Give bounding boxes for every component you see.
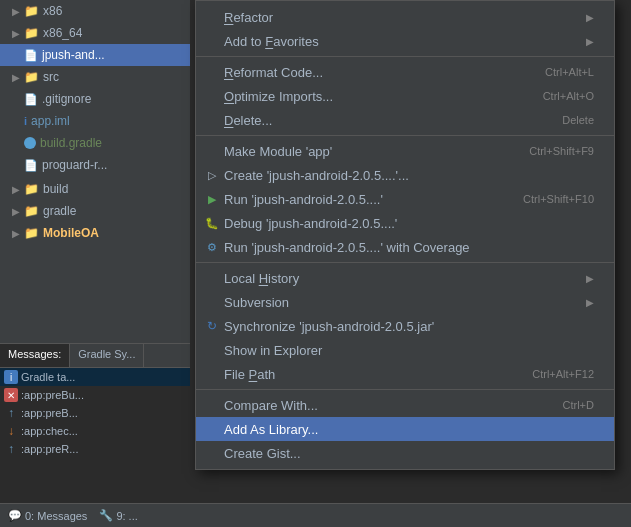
collapse-arrow-icon: ▶: [12, 72, 22, 83]
menu-item-show-explorer[interactable]: Show in Explorer: [196, 338, 614, 362]
menu-item-label: Add to Favorites: [224, 34, 319, 49]
sidebar-item-label: x86: [43, 4, 62, 18]
menu-item-label: File Path: [224, 367, 275, 382]
arrow-up-icon: ↑: [4, 442, 18, 456]
menu-item-subversion[interactable]: Subversion ▶: [196, 290, 614, 314]
panel-row-text: :app:chec...: [21, 425, 78, 437]
file-icon: 📄: [24, 49, 38, 62]
menu-item-label: Local History: [224, 271, 299, 286]
messages-icon: 💬: [8, 509, 22, 522]
gradle-icon: 🔧: [99, 509, 113, 522]
submenu-arrow-icon: ▶: [586, 273, 594, 284]
gradle-panel-button[interactable]: 🔧 9: ...: [99, 509, 137, 522]
gradle-label: 9: ...: [116, 510, 137, 522]
arrow-up-icon: ↑: [4, 406, 18, 420]
menu-item-create-gist[interactable]: Create Gist...: [196, 441, 614, 465]
tab-gradle-sync[interactable]: Gradle Sy...: [70, 344, 144, 367]
folder-icon: 📁: [24, 70, 39, 84]
menu-item-file-path[interactable]: File Path Ctrl+Alt+F12: [196, 362, 614, 386]
sidebar-item-buildgradle[interactable]: build.gradle: [0, 132, 190, 154]
sidebar-item-gradle[interactable]: ▶ 📁 gradle: [0, 200, 190, 222]
menu-separator: [196, 56, 614, 57]
menu-item-label: Run 'jpush-android-2.0.5....': [224, 192, 383, 207]
tab-messages[interactable]: Messages:: [0, 344, 70, 367]
menu-item-reformat-code[interactable]: Reformat Code... Ctrl+Alt+L: [196, 60, 614, 84]
panel-row: i Gradle ta...: [0, 368, 190, 386]
menu-item-create-jpush[interactable]: ▷ Create 'jpush-android-2.0.5....'...: [196, 163, 614, 187]
submenu-arrow-icon: ▶: [586, 12, 594, 23]
menu-separator: [196, 389, 614, 390]
menu-item-add-favorites[interactable]: Add to Favorites ▶: [196, 29, 614, 53]
sidebar-item-label: jpush-and...: [42, 48, 105, 62]
messages-panel-button[interactable]: 💬 0: Messages: [8, 509, 87, 522]
run-icon: ▶: [204, 191, 220, 207]
file-icon: 📄: [24, 93, 38, 106]
sidebar-item-jpush[interactable]: 📄 jpush-and...: [0, 44, 190, 66]
submenu-arrow-icon: ▶: [586, 297, 594, 308]
menu-separator: [196, 135, 614, 136]
menu-item-make-module[interactable]: Make Module 'app' Ctrl+Shift+F9: [196, 139, 614, 163]
menu-item-synchronize[interactable]: ↻ Synchronize 'jpush-android-2.0.5.jar': [196, 314, 614, 338]
sidebar-item-label: gradle: [43, 204, 76, 218]
panel-row-text: :app:preB...: [21, 407, 78, 419]
menu-item-label: Delete...: [224, 113, 272, 128]
menu-item-optimize-imports[interactable]: Optimize Imports... Ctrl+Alt+O: [196, 84, 614, 108]
sidebar-item-label: .gitignore: [42, 92, 91, 106]
menu-item-run-coverage[interactable]: ⚙ Run 'jpush-android-2.0.5....' with Cov…: [196, 235, 614, 259]
menu-item-label: Compare With...: [224, 398, 318, 413]
menu-item-label: Reformat Code...: [224, 65, 323, 80]
sidebar-item-label: src: [43, 70, 59, 84]
submenu-arrow-icon: ▶: [586, 36, 594, 47]
folder-icon: 📁: [24, 4, 39, 18]
panel-tabs: Messages: Gradle Sy...: [0, 344, 190, 368]
sidebar-item-proguard[interactable]: 📄 proguard-r...: [0, 154, 190, 176]
file-tree: ▶ 📁 x86 ▶ 📁 x86_64 📄 jpush-and... ▶ 📁 sr…: [0, 0, 190, 527]
sidebar-item-label: build.gradle: [40, 136, 102, 150]
coverage-icon: ⚙: [204, 239, 220, 255]
iml-icon: i: [24, 115, 27, 127]
menu-item-label: Subversion: [224, 295, 289, 310]
sidebar-item-src[interactable]: ▶ 📁 src: [0, 66, 190, 88]
gradle-icon: [24, 137, 36, 149]
menu-item-refactor[interactable]: Refactor ▶: [196, 5, 614, 29]
collapse-arrow-icon: ▶: [12, 28, 22, 39]
menu-item-label: Synchronize 'jpush-android-2.0.5.jar': [224, 319, 434, 334]
panel-row: ✕ :app:preBu...: [0, 386, 190, 404]
sidebar-item-label: MobileOA: [43, 226, 99, 240]
menu-item-label: Refactor: [224, 10, 273, 25]
sidebar-item-label: proguard-r...: [42, 158, 107, 172]
panel-row-text: :app:preBu...: [21, 389, 84, 401]
menu-shortcut: Ctrl+D: [563, 399, 594, 411]
panel-row: ↑ :app:preB...: [0, 404, 190, 422]
menu-item-debug-jpush[interactable]: 🐛 Debug 'jpush-android-2.0.5....': [196, 211, 614, 235]
menu-shortcut: Delete: [562, 114, 594, 126]
folder-icon: 📁: [24, 204, 39, 218]
menu-item-compare-with[interactable]: Compare With... Ctrl+D: [196, 393, 614, 417]
panel-row-text: Gradle ta...: [21, 371, 75, 383]
sidebar-item-label: x86_64: [43, 26, 82, 40]
messages-label: 0: Messages: [25, 510, 87, 522]
menu-item-label: Make Module 'app': [224, 144, 332, 159]
file-icon: 📄: [24, 159, 38, 172]
sidebar-item-x86[interactable]: ▶ 📁 x86: [0, 0, 190, 22]
menu-item-run-jpush[interactable]: ▶ Run 'jpush-android-2.0.5....' Ctrl+Shi…: [196, 187, 614, 211]
menu-separator: [196, 262, 614, 263]
collapse-arrow-icon: ▶: [12, 206, 22, 217]
menu-item-local-history[interactable]: Local History ▶: [196, 266, 614, 290]
sidebar-item-label: build: [43, 182, 68, 196]
sidebar-item-appiml[interactable]: i app.iml: [0, 110, 190, 132]
sidebar-item-x86-64[interactable]: ▶ 📁 x86_64: [0, 22, 190, 44]
menu-item-label: Run 'jpush-android-2.0.5....' with Cover…: [224, 240, 470, 255]
menu-item-label: Show in Explorer: [224, 343, 322, 358]
collapse-arrow-icon: ▶: [12, 184, 22, 195]
arrow-down-icon: ↓: [4, 424, 18, 438]
menu-item-delete[interactable]: Delete... Delete: [196, 108, 614, 132]
menu-item-add-library[interactable]: Add As Library...: [196, 417, 614, 441]
context-menu: Refactor ▶ Add to Favorites ▶ Reformat C…: [195, 0, 615, 470]
status-error-icon: ✕: [4, 388, 18, 402]
menu-shortcut: Ctrl+Shift+F9: [529, 145, 594, 157]
menu-item-label: Create 'jpush-android-2.0.5....'...: [224, 168, 409, 183]
sidebar-item-gitignore[interactable]: 📄 .gitignore: [0, 88, 190, 110]
sidebar-item-mobileoa[interactable]: ▶ 📁 MobileOA: [0, 222, 190, 244]
sidebar-item-build[interactable]: ▶ 📁 build: [0, 178, 190, 200]
